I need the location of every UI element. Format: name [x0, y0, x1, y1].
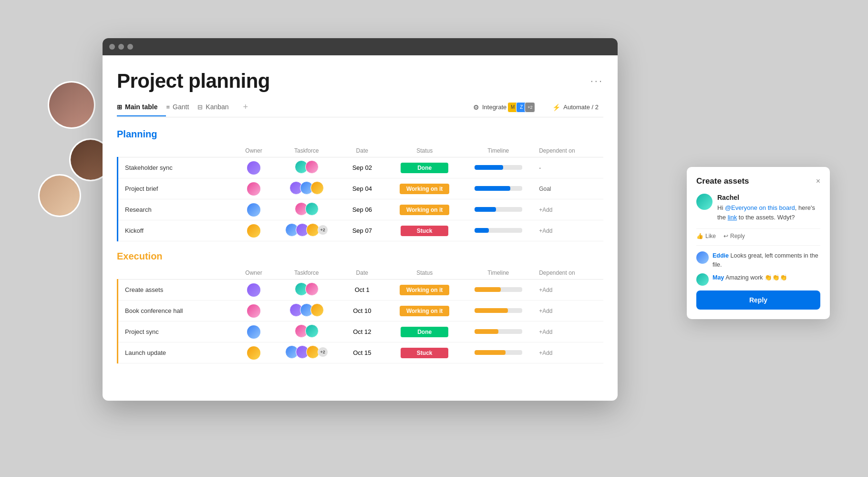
eddie-name: Eddie: [713, 252, 729, 259]
eddie-comment: Looks great, left comments in the file.: [713, 252, 818, 268]
may-text: May Amazing work 👏👏👏: [713, 273, 787, 282]
row-timeline: [461, 321, 535, 342]
row-dependent[interactable]: +Add: [535, 220, 603, 241]
more-button[interactable]: ···: [590, 75, 603, 87]
status-badge: Working on it: [400, 285, 449, 295]
planning-table: Owner Taskforce Date Status Timeline Dep…: [117, 145, 603, 241]
owner-avatar: [247, 224, 260, 238]
taskforce-avatar: [305, 282, 319, 296]
row-dependent[interactable]: Goal: [535, 178, 603, 199]
integrate-button[interactable]: ⚙ Integrate M Z +2: [468, 99, 540, 115]
row-dependent[interactable]: +Add: [535, 342, 603, 363]
row-owner: [231, 199, 276, 220]
table-row[interactable]: Project sync Oct 12 Done +Add: [118, 321, 604, 342]
table-row[interactable]: Book conference hall Oct 10 Working on i…: [118, 301, 604, 321]
row-name[interactable]: Project brief: [118, 178, 231, 199]
row-name[interactable]: Research: [118, 199, 231, 220]
row-date: Sep 02: [337, 157, 388, 178]
window-header: Project planning ···: [117, 70, 603, 93]
row-name[interactable]: Stakeholder sync: [118, 157, 231, 178]
dot-2: [118, 44, 124, 50]
tab-add-button[interactable]: +: [238, 97, 254, 117]
table-row[interactable]: Create assets Oct 1 Working on it +Add: [118, 280, 604, 301]
integrations-plus: +2: [525, 102, 535, 113]
automate-button[interactable]: ⚡ Automate / 2: [548, 101, 603, 114]
comment-panel-title: Create assets: [696, 176, 749, 186]
status-badge: Working on it: [400, 184, 449, 194]
row-status[interactable]: Working on it: [388, 199, 462, 220]
integration-icons: M Z +2: [509, 102, 535, 113]
row-taskforce: +2: [277, 342, 337, 363]
like-button[interactable]: 👍 Like: [696, 233, 716, 239]
row-dependent[interactable]: +Add: [535, 280, 603, 301]
row-status[interactable]: Stuck: [388, 220, 462, 241]
timeline-bar-wrap: [475, 329, 522, 334]
tab-main-table[interactable]: ⊞ Main table: [117, 98, 166, 116]
table-row[interactable]: Research Sep 06 Working on it +Add: [118, 199, 604, 220]
col-date: Date: [337, 145, 388, 157]
taskforce-avatar: [305, 202, 319, 216]
dependent-value: +Add: [539, 329, 552, 335]
dependent-value: +Add: [539, 350, 552, 356]
main-window: Project planning ··· ⊞ Main table ≡ Gant…: [103, 38, 618, 401]
table-row[interactable]: Project brief Sep 04 Working on it Goal: [118, 178, 604, 199]
titlebar: [103, 38, 618, 55]
row-dependent[interactable]: +Add: [535, 199, 603, 220]
taskforce-avatar: [310, 303, 324, 317]
row-name[interactable]: Create assets: [118, 280, 231, 301]
close-button[interactable]: ×: [816, 177, 820, 186]
like-icon: 👍: [696, 233, 703, 239]
like-label: Like: [705, 233, 716, 239]
row-date: Oct 10: [337, 301, 388, 321]
reply-button[interactable]: ↩ Reply: [723, 233, 745, 239]
row-dependent[interactable]: +Add: [535, 301, 603, 321]
tab-kanban-label: Kanban: [206, 103, 228, 111]
tab-kanban[interactable]: ⊟ Kanban: [197, 98, 237, 116]
rachel-avatar: [696, 194, 713, 210]
timeline-bar: [475, 287, 501, 292]
timeline-bar: [475, 329, 498, 334]
extra-count: +2: [318, 347, 328, 357]
table-row[interactable]: Kickoff +2 Sep 07 Stuck +Add: [118, 220, 604, 241]
tab-main-table-label: Main table: [125, 103, 157, 111]
execution-title: Execution: [117, 251, 603, 262]
table-row[interactable]: Stakeholder sync Sep 02 Done -: [118, 157, 604, 178]
tab-gantt[interactable]: ≡ Gantt: [166, 98, 197, 116]
row-status[interactable]: Working on it: [388, 178, 462, 199]
row-taskforce: [277, 178, 337, 199]
col-dependent-exec: Dependent on: [535, 267, 603, 280]
dependent-value: +Add: [539, 207, 552, 213]
execution-table: Owner Taskforce Date Status Timeline Dep…: [117, 267, 603, 363]
taskforce-avatar: [310, 181, 324, 195]
assets-link[interactable]: link: [728, 214, 737, 221]
eddie-avatar: [696, 251, 709, 264]
row-dependent[interactable]: -: [535, 157, 603, 178]
col-owner-exec: Owner: [231, 267, 276, 280]
row-name[interactable]: Book conference hall: [118, 301, 231, 321]
row-status[interactable]: Done: [388, 157, 462, 178]
row-status[interactable]: Stuck: [388, 342, 462, 363]
reply-icon: ↩: [723, 233, 728, 239]
table-row[interactable]: Launch update +2 Oct 15 Stuck +Add: [118, 342, 604, 363]
comment-panel: Create assets × Rachel Hi @Everyone on t…: [687, 167, 830, 319]
row-date: Sep 06: [337, 199, 388, 220]
row-dependent[interactable]: +Add: [535, 321, 603, 342]
taskforce-group: [295, 324, 319, 338]
row-status[interactable]: Done: [388, 321, 462, 342]
row-name[interactable]: Project sync: [118, 321, 231, 342]
dependent-value: +Add: [539, 228, 552, 234]
row-owner: [231, 220, 276, 241]
row-status[interactable]: Working on it: [388, 301, 462, 321]
comment-panel-header: Create assets ×: [696, 176, 820, 186]
row-taskforce: [277, 199, 337, 220]
automate-icon: ⚡: [552, 104, 560, 111]
row-timeline: [461, 157, 535, 178]
row-date: Oct 15: [337, 342, 388, 363]
reply-large-button[interactable]: Reply: [696, 290, 820, 310]
row-name[interactable]: Kickoff: [118, 220, 231, 241]
row-name[interactable]: Launch update: [118, 342, 231, 363]
row-status[interactable]: Working on it: [388, 280, 462, 301]
may-comment-block: May Amazing work 👏👏👏: [696, 273, 820, 286]
eddie-comment-block: Eddie Looks great, left comments in the …: [696, 251, 820, 270]
status-badge: Working on it: [400, 306, 449, 316]
